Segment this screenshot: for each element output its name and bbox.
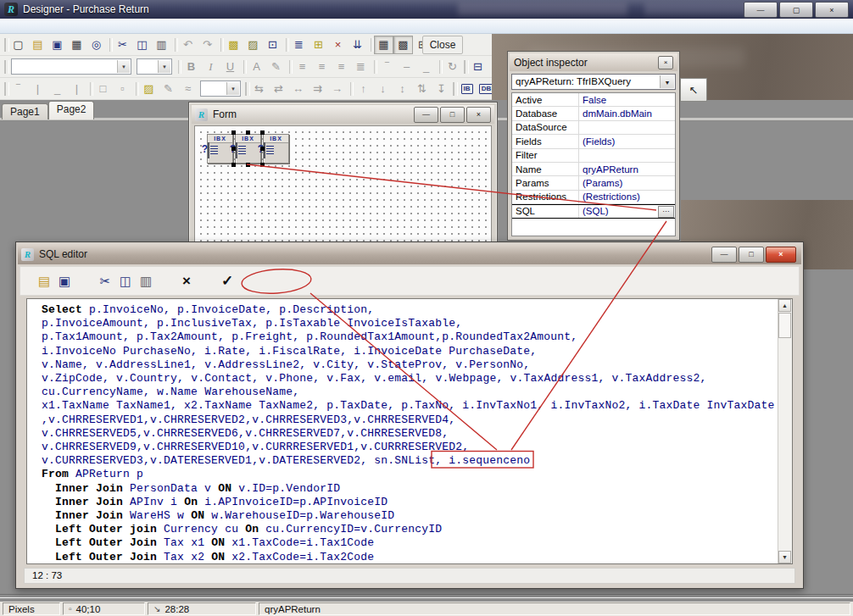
selection-handle[interactable] [260, 147, 265, 151]
select-tool-button[interactable]: ↖ [680, 78, 707, 102]
bold-icon[interactable]: B [181, 58, 201, 76]
scroll-down-icon[interactable]: ▼ [778, 551, 791, 563]
align-bottom-edges-icon[interactable]: ↓ [373, 80, 393, 98]
property-row[interactable]: Name qryAPReturn … [512, 163, 675, 176]
undo-icon[interactable]: ↶ [178, 36, 198, 54]
sql-ellipsis-button[interactable]: … [658, 206, 674, 218]
property-row[interactable]: Filter … [512, 149, 675, 163]
bring-to-front-icon[interactable]: ▩ [224, 36, 243, 54]
scrollbar-thumb[interactable] [778, 313, 791, 338]
minimize-button[interactable]: — [414, 107, 438, 123]
line-width-combo[interactable] [200, 80, 241, 97]
frame-top-icon[interactable]: ‾ [8, 80, 28, 98]
font-size-combo[interactable] [137, 58, 172, 75]
sql-editor-title-bar[interactable]: R SQL editor — □ × [18, 244, 801, 264]
center-vertically-icon[interactable]: ↕ [393, 80, 412, 98]
page-settings-icon[interactable]: ▦ [67, 36, 86, 54]
align-left-edges-icon[interactable]: ⇆ [249, 80, 269, 98]
selection-handle[interactable] [231, 147, 236, 151]
cut-icon[interactable]: ✂ [95, 271, 115, 291]
expand-more-icon[interactable]: ⇊ [348, 36, 367, 54]
property-row[interactable]: Restrictions (Restrictions) … [512, 191, 675, 204]
open-icon[interactable]: ▤ [28, 36, 47, 54]
italic-icon[interactable]: I [201, 58, 220, 76]
property-row[interactable]: Database dmMain.dbMain … [512, 107, 675, 120]
tab-page1[interactable]: Page1 [2, 103, 48, 119]
align-justify-icon[interactable]: ≣ [351, 58, 371, 76]
maximize-button[interactable]: □ [440, 107, 465, 123]
form-design-surface[interactable]: IBX ? IBX ? IBX ? [194, 125, 492, 245]
selection-handle[interactable] [260, 163, 265, 167]
insert-page-icon[interactable]: ⊞ [309, 36, 328, 54]
selection-handle[interactable] [246, 163, 250, 167]
menu-file[interactable] [3, 19, 20, 33]
ibx-query-component[interactable]: IBX ? [263, 134, 289, 164]
property-row[interactable]: Fields (Fields) … [512, 135, 675, 148]
fit-width-icon[interactable]: → [327, 80, 347, 98]
frame-all-icon[interactable]: □ [93, 80, 113, 98]
underline-icon[interactable]: U [220, 58, 240, 76]
show-grid-icon[interactable]: ▦ [374, 36, 393, 54]
property-row[interactable]: SQL (SQL) … [512, 204, 675, 218]
align-center-icon[interactable]: ≡ [312, 58, 332, 76]
minimize-button[interactable]: — [744, 2, 778, 18]
vertical-scrollbar[interactable]: ▲ ▼ [778, 299, 792, 563]
maximize-button[interactable]: □ [739, 247, 764, 263]
close-icon[interactable]: × [658, 56, 673, 69]
delete-page-icon[interactable]: × [328, 36, 348, 54]
align-top-icon[interactable]: ‾ [377, 58, 397, 76]
preview-icon[interactable]: ◎ [86, 36, 106, 54]
text-rotation-icon[interactable]: ↻ [443, 58, 462, 76]
align-right-edges-icon[interactable]: ⇄ [269, 80, 288, 98]
paste-icon[interactable]: ▥ [136, 271, 156, 291]
align-right-icon[interactable]: ≡ [332, 58, 351, 76]
selection-handle[interactable] [231, 163, 236, 167]
object-selector-combo[interactable]: qryAPReturn: TfrIBXQuery [511, 74, 676, 90]
menu-help[interactable] [54, 19, 71, 33]
highlight-icon[interactable]: ✎ [266, 58, 286, 76]
close-button[interactable]: × [466, 107, 491, 123]
object-inspector-title-bar[interactable]: Object inspector × [510, 53, 677, 71]
scroll-up-icon[interactable]: ▲ [778, 299, 791, 312]
close-button[interactable]: × [766, 247, 796, 263]
selection-handle[interactable] [260, 130, 265, 135]
selection-handle[interactable] [246, 130, 250, 135]
close-designer-button[interactable]: Close [422, 36, 463, 54]
form-title-bar[interactable]: R Form — □ × [192, 105, 494, 124]
property-row[interactable]: DataSource … [512, 121, 675, 135]
select-objects-icon[interactable]: ⊡ [263, 36, 282, 54]
frame-none-icon[interactable]: ▫ [113, 80, 132, 98]
font-name-combo[interactable] [11, 58, 131, 75]
copy-icon[interactable]: ◫ [132, 36, 152, 54]
ok-icon[interactable]: ✓ [217, 271, 237, 291]
tab-page2[interactable]: Page2 [48, 101, 95, 119]
space-horizontally-icon[interactable]: ⇉ [308, 80, 327, 98]
menu-edit[interactable] [20, 19, 37, 33]
minimize-button[interactable]: — [711, 247, 737, 263]
fill-color-icon[interactable]: ▨ [139, 80, 159, 98]
frame-left-icon[interactable]: | [28, 80, 47, 98]
redo-icon[interactable]: ↷ [198, 36, 217, 54]
paste-icon[interactable]: ▥ [152, 36, 171, 54]
space-vertically-icon[interactable]: ⇅ [412, 80, 432, 98]
send-to-back-icon[interactable]: ▨ [243, 36, 263, 54]
align-left-icon[interactable]: ≡ [293, 58, 312, 76]
line-color-icon[interactable]: ✎ [159, 80, 178, 98]
title-bar[interactable]: R Designer - Purchase Return — ▢ × [0, 0, 853, 19]
menu-tools[interactable] [37, 19, 54, 33]
insert-band-icon[interactable]: ≣ [289, 36, 309, 54]
cut-icon[interactable]: ✂ [113, 36, 132, 54]
restore-button[interactable]: ▢ [779, 2, 813, 18]
db-field-icon[interactable]: ⊟ [468, 58, 488, 76]
fit-height-icon[interactable]: ↧ [432, 80, 451, 98]
center-horizontally-icon[interactable]: ↔ [288, 80, 308, 98]
sql-text-area[interactable]: Select p.InvoiceNo, p.InvoiceDate, p.Des… [26, 298, 793, 564]
align-bottom-icon[interactable]: _ [416, 58, 436, 76]
line-style-icon[interactable]: ≈ [178, 80, 198, 98]
font-color-icon[interactable]: A [247, 58, 266, 76]
snap-to-grid-icon[interactable]: ▩ [393, 36, 413, 54]
frame-right-icon[interactable]: | [67, 80, 86, 98]
save-icon[interactable]: ▣ [47, 36, 67, 54]
property-row[interactable]: Active False … [512, 93, 675, 107]
close-button[interactable]: × [815, 2, 849, 18]
